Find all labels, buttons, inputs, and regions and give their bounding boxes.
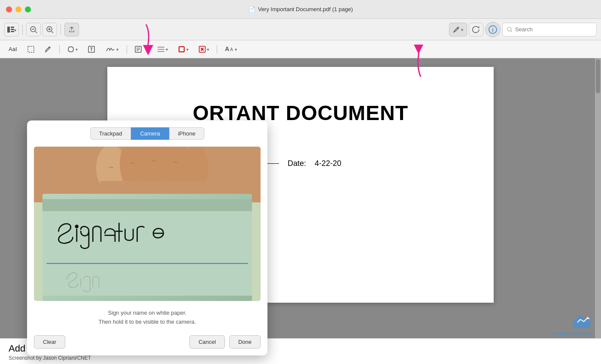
- toolbar-separator-1: [22, 24, 23, 35]
- document-title: Very Important Document.pdf (1 page): [258, 6, 353, 12]
- draw-button[interactable]: [41, 43, 55, 55]
- sig-instruction-line1: Sign your name on white paper.: [31, 309, 263, 318]
- date-value: 4-22-20: [315, 159, 341, 168]
- svg-rect-29: [179, 47, 184, 52]
- text-style-label: AaI: [9, 46, 17, 52]
- zoom-out-button[interactable]: [26, 23, 41, 36]
- svg-rect-1: [11, 27, 14, 28]
- border-button[interactable]: [175, 43, 192, 55]
- iphone-tab[interactable]: iPhone: [169, 127, 204, 140]
- logo-icon-svg: [571, 313, 592, 330]
- markup-button[interactable]: [449, 23, 467, 36]
- shapes-chevron: [76, 46, 78, 52]
- trackpad-tab[interactable]: Trackpad: [90, 127, 131, 140]
- border-chevron: [186, 46, 188, 52]
- maximize-button[interactable]: [25, 6, 31, 12]
- camera-tab[interactable]: Camera: [131, 127, 169, 140]
- clear-button[interactable]: Clear: [34, 335, 65, 349]
- sig-instruction-line2: Then hold it to be visible to the camera…: [31, 318, 263, 327]
- window-title: 📄 Very Important Document.pdf (1 page): [248, 6, 353, 13]
- cancel-button[interactable]: Cancel: [189, 335, 225, 349]
- highlight-button[interactable]: [195, 43, 212, 55]
- rotate-button[interactable]: [469, 23, 483, 36]
- svg-line-6: [35, 31, 37, 33]
- signature-button[interactable]: [102, 43, 122, 55]
- caption-sub-text: Screenshot by Jason Cipriani/CNET: [9, 355, 592, 361]
- svg-line-11: [457, 28, 458, 29]
- pdf-icon: 📄: [248, 6, 255, 13]
- window-controls: [6, 6, 31, 12]
- scroll-thumb: [596, 59, 600, 93]
- selection-button[interactable]: [24, 43, 38, 55]
- search-input[interactable]: [515, 26, 592, 33]
- align-button[interactable]: [154, 43, 171, 55]
- tb2-sep-1: [59, 45, 60, 54]
- text-style-button[interactable]: AaI: [5, 43, 21, 55]
- svg-rect-42: [42, 199, 252, 295]
- search-icon: [507, 27, 513, 33]
- markup-chevron: [461, 26, 463, 33]
- svg-rect-2: [11, 29, 14, 30]
- done-button[interactable]: Done: [229, 335, 261, 349]
- sig-instructions: Sign your name on white paper. Then hold…: [27, 304, 267, 331]
- minimize-button[interactable]: [15, 6, 21, 12]
- branding-logo: mobile-review.com: [553, 313, 592, 336]
- sig-footer-right: Cancel Done: [189, 335, 261, 349]
- fontsize-button[interactable]: A A: [222, 43, 240, 55]
- signature-paper: [42, 194, 252, 301]
- signature-svg: [42, 194, 252, 301]
- svg-rect-43: [42, 199, 252, 211]
- title-bar: 📄 Very Important Document.pdf (1 page): [0, 0, 601, 19]
- sidebar-toggle-button[interactable]: [4, 23, 19, 36]
- tb2-sep-2: [127, 45, 127, 54]
- sig-chevron: [116, 46, 118, 52]
- sig-popup-footer: Clear Cancel Done: [27, 331, 267, 355]
- svg-line-10: [52, 31, 53, 33]
- notes-button[interactable]: [131, 43, 145, 55]
- fontsize-chevron: [235, 46, 237, 52]
- svg-text:i: i: [492, 27, 494, 33]
- logo-text: mobile-review.com: [553, 331, 592, 336]
- scrollbar[interactable]: [595, 58, 601, 338]
- svg-line-15: [511, 30, 512, 32]
- date-label: Date:: [288, 159, 306, 168]
- main-content: ORTANT DOCUMENT Date: 4-22-20 Trackpad C…: [0, 58, 601, 338]
- share-button[interactable]: [64, 23, 79, 36]
- svg-text:A: A: [230, 47, 233, 52]
- svg-point-14: [507, 27, 511, 31]
- annotate-circle-button[interactable]: i: [485, 22, 501, 37]
- shapes-button[interactable]: [64, 43, 81, 55]
- highlight-chevron: [207, 46, 209, 52]
- toolbar1: i: [0, 19, 601, 40]
- search-box: [502, 23, 597, 36]
- camera-view: [34, 147, 261, 301]
- close-button[interactable]: [6, 6, 12, 12]
- sig-tabs-container: Trackpad Camera iPhone: [27, 120, 267, 143]
- svg-point-18: [68, 47, 73, 52]
- svg-rect-0: [7, 27, 10, 33]
- tb2-sep-4: [217, 45, 217, 54]
- textbox-button[interactable]: T: [85, 43, 98, 55]
- toolbar2: AaI T: [0, 40, 601, 58]
- toolbar-separator-2: [61, 24, 61, 35]
- svg-rect-3: [11, 31, 14, 32]
- zoom-in-button[interactable]: [42, 23, 57, 36]
- sidebar-chevron: [14, 26, 16, 33]
- align-chevron: [166, 46, 168, 52]
- svg-text:T: T: [90, 47, 92, 52]
- svg-point-44: [76, 225, 78, 228]
- svg-text:A: A: [225, 46, 229, 52]
- signature-popup: Trackpad Camera iPhone: [27, 120, 267, 355]
- tb2-sep-3: [149, 45, 150, 54]
- svg-rect-16: [28, 46, 34, 52]
